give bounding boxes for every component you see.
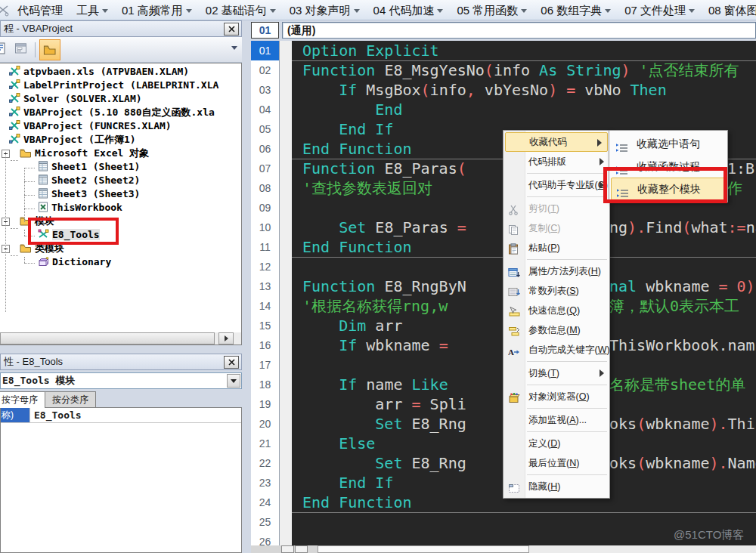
- close-icon[interactable]: [224, 356, 239, 369]
- line-number: 08: [251, 178, 279, 198]
- submenu-arrow-icon: [600, 369, 604, 377]
- code-line: '查找参数表返回对作: [302, 178, 432, 198]
- tree-item[interactable]: Microsoft Excel 对象: [0, 147, 149, 160]
- close-icon[interactable]: [224, 23, 239, 36]
- context-menu-item[interactable]: 粘贴(P): [503, 238, 609, 258]
- tree-item[interactable]: ThisWorkbook: [0, 201, 122, 215]
- project-horizontal-scrollbar[interactable]: [0, 332, 242, 345]
- code-fragment: oks(wbkname).This: [609, 414, 756, 434]
- menu-item-label: 属性/方法列表(H): [528, 266, 601, 276]
- context-menu-item[interactable]: 收藏代码: [505, 132, 608, 152]
- context-menu-item[interactable]: 对象浏览器(O): [503, 387, 609, 406]
- tree-item[interactable]: Solver (SOLVER.XLAM): [0, 92, 142, 106]
- tree-item[interactable]: VBAProject (FUNCRES.XLAM): [0, 119, 172, 133]
- property-row[interactable]: (名称)E8_Tools: [1, 408, 241, 423]
- context-menu-item[interactable]: 剪切(T): [503, 199, 609, 218]
- tree-item-label: VBAProject (FUNCRES.XLAM): [23, 120, 172, 131]
- menubar-item[interactable]: 08 窗体图像: [702, 0, 756, 20]
- menubar-item[interactable]: 02 基础语句: [199, 0, 283, 20]
- line-number: 15: [251, 316, 279, 335]
- code-line: If MsgBox(info, vbYesNo) = vbNo Then: [302, 80, 667, 100]
- context-menu-item[interactable]: 隐藏(H): [503, 477, 609, 496]
- properties-tab[interactable]: 按字母序: [0, 391, 45, 408]
- context-menu-item[interactable]: 代码排版: [503, 152, 609, 171]
- properties-object-selector[interactable]: E8_Tools 模块: [0, 372, 242, 389]
- tree-item-label: Dictionary: [52, 256, 111, 267]
- menubar-item[interactable]: 01 高频常用: [115, 0, 199, 20]
- properties-tab[interactable]: 按分类序: [45, 391, 96, 407]
- submenu-item[interactable]: 收藏选中语句: [609, 132, 727, 155]
- tree-item-label: Solver (SOLVER.XLAM): [23, 93, 142, 104]
- menubar-item[interactable]: 06 数组字典: [534, 0, 618, 20]
- menu-item-label: 对象浏览器(O): [528, 391, 590, 402]
- menubar-item[interactable]: 代码管理: [11, 0, 70, 20]
- context-menu-item[interactable]: 复制(C): [503, 218, 609, 238]
- view-object-icon[interactable]: [14, 42, 29, 58]
- toolbar-overflow-arrow-icon[interactable]: [231, 46, 237, 50]
- scrollbar-thumb[interactable]: [318, 545, 529, 553]
- tree-connector: [5, 152, 6, 312]
- scrollbar-track[interactable]: [529, 545, 756, 553]
- toolbar-separator: [35, 42, 36, 57]
- code-line: End If: [302, 473, 393, 493]
- tree-item-label: VBAProject (5.10 880自定义函数.xla: [23, 107, 215, 118]
- code-line: Function E8_RngByNnal wbkname = 0): [302, 276, 466, 296]
- red-highlight-box-menu: [603, 167, 727, 203]
- code-horizontal-scrollbar[interactable]: [251, 545, 756, 553]
- line-number: 24: [251, 493, 279, 512]
- menubar-item[interactable]: 04 代码加速: [367, 0, 451, 20]
- menu-item-label: 常数列表(S): [528, 286, 579, 296]
- line-number: 13: [251, 276, 279, 296]
- line-number-gutter: 0102030405060708091011121314151617181920…: [251, 41, 279, 553]
- tree-item[interactable]: atpvbaen.xls (ATPVBAEN.XLAM): [0, 65, 189, 79]
- chevron-down-icon[interactable]: [227, 374, 240, 388]
- menubar-item[interactable]: 工具: [70, 0, 115, 20]
- tree-item[interactable]: VBAProject (5.10 880自定义函数.xla: [0, 106, 215, 119]
- context-menu-item[interactable]: 常数列表(S): [503, 281, 609, 301]
- object-dropdown[interactable]: (通用): [282, 22, 756, 39]
- view-code-icon[interactable]: [0, 42, 8, 58]
- tree-item-label: VBAProject (工作簿1): [23, 134, 136, 145]
- menubar-item[interactable]: 03 对象声明: [283, 0, 367, 20]
- properties-grid[interactable]: (名称)E8_Tools: [0, 407, 242, 553]
- line-number: 22: [251, 453, 279, 473]
- property-value[interactable]: E8_Tools: [29, 408, 241, 422]
- code-line: End: [302, 100, 402, 119]
- context-menu-item[interactable]: 代码助手专业版(C): [503, 175, 609, 195]
- tree-item[interactable]: Sheet1 (Sheet1): [0, 160, 140, 174]
- full-module-view-icon[interactable]: [295, 545, 308, 553]
- code-line: '根据名称获得rng,w簿，默认0表示本工: [302, 296, 448, 316]
- code-line: arr = Spli: [302, 394, 466, 414]
- menu-item-label: 粘贴(P): [528, 243, 560, 253]
- scroll-right-arrow-icon[interactable]: [218, 332, 234, 344]
- dropdown-arrow-icon: [605, 9, 611, 13]
- tree-item[interactable]: LabelPrintProject (LABELPRINT.XLA: [0, 79, 218, 92]
- context-menu-item[interactable]: 参数信息(M): [503, 320, 609, 340]
- project-tree[interactable]: atpvbaen.xls (ATPVBAEN.XLAM)LabelPrintPr…: [0, 63, 242, 332]
- menubar-item[interactable]: 05 常用函数: [450, 0, 534, 20]
- context-menu-item[interactable]: 最后位置(N): [503, 453, 609, 473]
- menubar-items: 代码管理工具01 高频常用02 基础语句03 对象声明04 代码加速05 常用函…: [11, 0, 756, 20]
- context-menu-item[interactable]: A自动完成关键字(W): [503, 340, 609, 360]
- context-menu-item[interactable]: 属性/方法列表(H): [503, 261, 609, 281]
- context-menu-item[interactable]: 切换(T): [503, 363, 609, 383]
- context-menu-item[interactable]: 添加监视(A)...: [503, 410, 609, 430]
- tree-item[interactable]: VBAProject (工作簿1): [0, 133, 136, 147]
- context-menu-item[interactable]: 定义(D): [503, 434, 609, 453]
- tree-item-label: Sheet1 (Sheet1): [51, 161, 140, 172]
- tree-item[interactable]: Sheet2 (Sheet2): [0, 174, 140, 187]
- tree-item[interactable]: Sheet3 (Sheet3): [0, 187, 140, 201]
- procedure-view-icon[interactable]: [281, 545, 294, 553]
- tree-connector: [24, 181, 35, 182]
- line-number: 19: [251, 394, 279, 414]
- line-number: 25: [251, 512, 279, 532]
- properties-titlebar: 性 - E8_Tools: [0, 354, 242, 370]
- context-menu: 收藏代码代码排版代码助手专业版(C)剪切(T)复制(C)粘贴(P)属性/方法列表…: [503, 130, 610, 499]
- tree-item-label: ThisWorkbook: [51, 202, 122, 213]
- dropdown-arrow-icon: [521, 9, 527, 13]
- tree-item[interactable]: Dictionary: [0, 255, 111, 269]
- context-menu-item[interactable]: 快速信息(Q): [503, 301, 609, 320]
- scrollbar-thumb[interactable]: [0, 332, 215, 344]
- toggle-folders-icon[interactable]: [39, 39, 60, 60]
- menubar-item[interactable]: 07 文件处理: [618, 0, 702, 20]
